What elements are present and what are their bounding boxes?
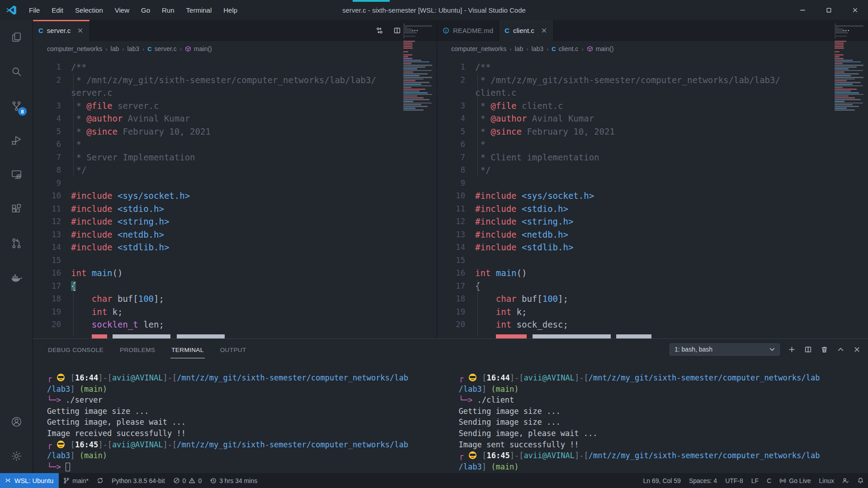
status-encoding[interactable]: UTF-8 xyxy=(721,473,747,488)
code-line: 8 */ xyxy=(33,164,437,177)
cool-emoji-icon xyxy=(469,451,476,459)
code-line: 20 socklen_t len; xyxy=(33,318,437,331)
c-file-icon: C xyxy=(147,46,151,52)
terminal-picker-value: 1: bash, bash xyxy=(675,346,712,353)
activity-search-icon[interactable] xyxy=(0,54,33,89)
breadcrumb-file[interactable]: Cserver.c xyxy=(147,45,176,52)
terminal-picker-dropdown[interactable]: 1: bash, bash xyxy=(670,343,780,356)
split-editor-icon[interactable] xyxy=(393,27,401,34)
breadcrumb-folder[interactable]: computer_networks xyxy=(451,45,506,52)
kill-terminal-icon[interactable] xyxy=(821,346,828,353)
window-title: server.c - sixth-semester [WSL: Ubuntu] … xyxy=(342,6,526,14)
minimap[interactable] xyxy=(403,23,434,111)
status-sync[interactable] xyxy=(93,473,108,488)
panel-tab-problems[interactable]: PROBLEMS xyxy=(119,340,156,358)
breadcrumb-symbol[interactable]: main() xyxy=(587,45,614,52)
activity-settings-icon[interactable] xyxy=(0,439,33,473)
code-line: 16int main() xyxy=(437,267,868,280)
terminal-panel: DEBUG CONSOLEPROBLEMSTERMINALOUTPUT 1: b… xyxy=(33,338,868,473)
breadcrumb-folder[interactable]: computer_networks xyxy=(47,45,102,52)
terminal-right[interactable]: ┌ [16:44]-[avii@AVINAL]-[/mnt/z/my_git/s… xyxy=(451,360,868,473)
activity-extensions-icon[interactable] xyxy=(0,192,33,226)
menu-terminal[interactable]: Terminal xyxy=(181,4,217,16)
breadcrumb-file[interactable]: Cclient.c xyxy=(552,45,578,52)
split-terminal-icon[interactable] xyxy=(804,346,812,353)
tab-README.md[interactable]: README.md xyxy=(437,20,499,41)
status-feedback[interactable] xyxy=(838,473,853,488)
tab-client.c[interactable]: Cclient.c xyxy=(499,20,554,41)
tab-label: client.c xyxy=(513,27,534,34)
minimize-button[interactable] xyxy=(789,0,816,20)
status-go-live[interactable]: Go Live xyxy=(775,473,815,488)
close-tab-icon[interactable] xyxy=(77,27,84,34)
status-time-tracker[interactable]: 3 hrs 34 mins xyxy=(206,473,261,488)
status-remote-os[interactable]: Linux xyxy=(815,473,838,488)
code-line: 18 char buf[100]; xyxy=(33,292,437,305)
code-line: 5 * @since February 10, 2021 xyxy=(437,125,868,138)
code-line: 19 int k; xyxy=(437,305,868,319)
panel-tab-debug-console[interactable]: DEBUG CONSOLE xyxy=(47,340,104,358)
activity-source-control-icon[interactable]: 8 xyxy=(0,89,33,123)
remote-indicator[interactable]: WSL: Ubuntu xyxy=(0,473,59,488)
close-button[interactable] xyxy=(842,0,868,20)
activity-docker-icon[interactable] xyxy=(0,260,33,295)
bell-icon xyxy=(857,477,864,484)
feedback-icon xyxy=(842,477,849,484)
breadcrumb-folder[interactable]: lab xyxy=(515,45,524,52)
tab-bar: README.mdCclient.c xyxy=(437,20,868,41)
maximize-panel-icon[interactable] xyxy=(837,346,844,353)
title-bar: FileEditSelectionViewGoRunTerminalHelp s… xyxy=(0,0,868,20)
menu-go[interactable]: Go xyxy=(136,4,156,16)
activity-account-icon[interactable] xyxy=(0,404,33,439)
terminal-line: ┌ [16:44]-[avii@AVINAL]-[/mnt/z/my_git/s… xyxy=(47,372,451,384)
status-indentation[interactable]: Spaces: 4 xyxy=(685,473,721,488)
status-python-version[interactable]: Python 3.8.5 64-bit xyxy=(108,473,169,488)
close-panel-icon[interactable] xyxy=(853,346,861,353)
panel-tab-terminal[interactable]: TERMINAL xyxy=(170,340,204,358)
code-line: client.c xyxy=(437,86,868,99)
status-cursor-position[interactable]: Ln 69, Col 59 xyxy=(639,473,685,488)
status-git-branch[interactable]: main* xyxy=(59,473,93,488)
code-line: 11#include <stdio.h> xyxy=(33,202,437,216)
minimap[interactable] xyxy=(835,23,865,111)
status-eol[interactable]: LF xyxy=(747,473,763,488)
code-editor[interactable]: 1/**2 * /mnt/z/my_git/sixth-semester/com… xyxy=(437,56,868,338)
remote-icon xyxy=(5,477,11,484)
history-icon xyxy=(210,477,217,484)
maximize-button[interactable] xyxy=(816,0,842,20)
status-notifications[interactable] xyxy=(853,473,868,488)
close-tab-icon[interactable] xyxy=(541,27,548,34)
status-language-mode[interactable]: C xyxy=(763,473,775,488)
menu-selection[interactable]: Selection xyxy=(70,4,108,16)
breadcrumb-symbol[interactable]: main() xyxy=(185,45,212,52)
code-editor[interactable]: 1/**2 * /mnt/z/my_git/sixth-semester/com… xyxy=(33,56,437,338)
menu-edit[interactable]: Edit xyxy=(46,4,69,16)
info-icon xyxy=(443,27,449,34)
menu-run[interactable]: Run xyxy=(156,4,180,16)
activity-run-debug-icon[interactable] xyxy=(0,123,33,157)
activity-explorer-icon[interactable] xyxy=(0,20,33,54)
breadcrumb-folder[interactable]: lab3 xyxy=(127,45,139,52)
menu-file[interactable]: File xyxy=(24,4,45,16)
activity-remote-explorer-icon[interactable] xyxy=(0,157,33,192)
activity-pull-requests-icon[interactable] xyxy=(0,226,33,260)
menu-view[interactable]: View xyxy=(109,4,135,16)
breadcrumb-folder[interactable]: lab xyxy=(111,45,119,52)
code-line: 14#include <stdlib.h> xyxy=(437,241,868,254)
terminal-left[interactable]: ┌ [16:44]-[avii@AVINAL]-[/mnt/z/my_git/s… xyxy=(33,360,451,473)
open-changes-icon[interactable] xyxy=(376,27,383,34)
breadcrumb-folder[interactable]: lab3 xyxy=(532,45,543,52)
status-problems[interactable]: 00 xyxy=(169,473,206,488)
menu-bar: FileEditSelectionViewGoRunTerminalHelp xyxy=(24,4,243,16)
tab-server.c[interactable]: Cserver.c xyxy=(33,20,90,41)
sync-icon xyxy=(97,477,104,484)
panel-tab-output[interactable]: OUTPUT xyxy=(219,340,247,358)
code-line: server.c xyxy=(33,86,437,99)
new-terminal-icon[interactable] xyxy=(788,346,796,353)
code-line: 16int main() xyxy=(33,267,437,280)
chevron-right-icon: › xyxy=(581,46,583,52)
clipped-code-line xyxy=(71,334,306,338)
terminal-line: /lab3] (main) xyxy=(459,384,868,395)
menu-help[interactable]: Help xyxy=(218,4,243,16)
terminal-line: Image sent successfully !! xyxy=(459,439,868,450)
